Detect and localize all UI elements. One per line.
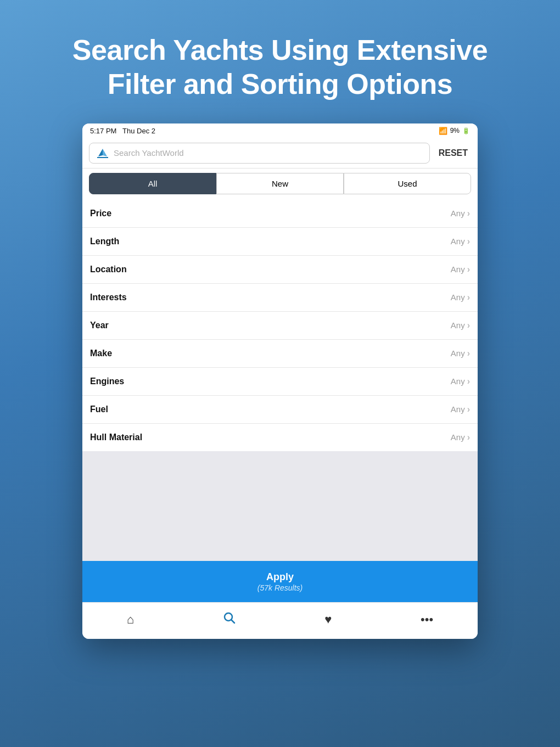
tab-home[interactable]: ⌂ — [116, 610, 145, 629]
filter-hull-material-label: Hull Material — [90, 433, 142, 442]
apply-button[interactable]: Apply (57k Results) — [82, 561, 478, 602]
filter-price-label: Price — [90, 209, 111, 218]
segment-used[interactable]: Used — [344, 173, 471, 194]
filter-make[interactable]: Make Any › — [82, 340, 478, 368]
chevron-icon: › — [467, 433, 470, 442]
filter-interests-value: Any — [451, 293, 465, 302]
filter-interests-label: Interests — [90, 293, 127, 302]
filter-location-value-row: Any › — [451, 265, 470, 274]
chevron-icon: › — [467, 293, 470, 302]
filter-year-value: Any — [451, 321, 465, 330]
tab-more[interactable]: ••• — [410, 610, 444, 629]
filter-fuel-label: Fuel — [90, 405, 108, 414]
apply-button-label: Apply — [92, 571, 468, 583]
chevron-icon: › — [467, 237, 470, 246]
segment-control: All New Used — [82, 169, 478, 200]
segment-new[interactable]: New — [216, 173, 344, 194]
filter-hull-material-value: Any — [451, 433, 465, 442]
filter-interests[interactable]: Interests Any › — [82, 284, 478, 312]
segment-all[interactable]: All — [89, 173, 216, 194]
battery-icon: 🔋 — [462, 127, 470, 134]
filter-engines[interactable]: Engines Any › — [82, 368, 478, 396]
search-placeholder[interactable]: Search YachtWorld — [114, 148, 423, 158]
phone-frame: 5:17 PM Thu Dec 2 📶 9% 🔋 Search YachtWor… — [82, 123, 478, 639]
filter-price-value: Any — [451, 209, 465, 218]
filter-make-value: Any — [451, 349, 465, 358]
filter-hull-material[interactable]: Hull Material Any › — [82, 424, 478, 451]
tab-bar: ⌂ ♥ ••• — [82, 602, 478, 639]
filter-make-value-row: Any › — [451, 349, 470, 358]
heart-icon: ♥ — [324, 613, 332, 627]
chevron-icon: › — [467, 265, 470, 274]
filter-length-value-row: Any › — [451, 237, 470, 246]
filter-year-value-row: Any › — [451, 321, 470, 330]
filter-length[interactable]: Length Any › — [82, 228, 478, 256]
filter-fuel-value: Any — [451, 405, 465, 414]
filter-interests-value-row: Any › — [451, 293, 470, 302]
filter-make-label: Make — [90, 349, 112, 358]
search-bar-row: Search YachtWorld RESET — [82, 138, 478, 169]
more-icon: ••• — [421, 613, 433, 627]
chevron-icon: › — [467, 209, 470, 218]
status-icons: 📶 9% 🔋 — [439, 127, 470, 135]
filter-year[interactable]: Year Any › — [82, 312, 478, 340]
chevron-icon: › — [467, 377, 470, 386]
status-bar: 5:17 PM Thu Dec 2 📶 9% 🔋 — [82, 123, 478, 138]
search-icon — [223, 611, 236, 628]
battery-percent: 9% — [450, 127, 460, 134]
filter-list: Price Any › Length Any › Location Any › … — [82, 200, 478, 451]
filter-engines-value-row: Any › — [451, 377, 470, 386]
tab-search[interactable] — [212, 609, 247, 630]
filter-year-label: Year — [90, 321, 109, 330]
chevron-icon: › — [467, 321, 470, 330]
yachtworld-logo-icon — [96, 148, 109, 159]
chevron-icon: › — [467, 349, 470, 358]
filter-location-label: Location — [90, 265, 127, 274]
search-input-wrapper[interactable]: Search YachtWorld — [89, 143, 430, 164]
svg-line-2 — [231, 620, 234, 624]
status-time-date: 5:17 PM Thu Dec 2 — [90, 127, 155, 135]
apply-button-results: (57k Results) — [92, 583, 468, 592]
filter-length-value: Any — [451, 237, 465, 246]
wifi-icon: 📶 — [439, 127, 447, 135]
filter-price[interactable]: Price Any › — [82, 200, 478, 228]
filter-location-value: Any — [451, 265, 465, 274]
filter-hull-material-value-row: Any › — [451, 433, 470, 442]
chevron-icon: › — [467, 405, 470, 414]
filter-fuel-value-row: Any › — [451, 405, 470, 414]
filter-length-label: Length — [90, 237, 119, 246]
empty-content-area — [82, 451, 478, 561]
filter-engines-value: Any — [451, 377, 465, 386]
filter-engines-label: Engines — [90, 377, 124, 386]
page-title: Search Yachts Using Extensive Filter and… — [44, 33, 516, 102]
apply-section: Apply (57k Results) — [82, 561, 478, 602]
filter-price-value-row: Any › — [451, 209, 470, 218]
filter-location[interactable]: Location Any › — [82, 256, 478, 284]
reset-button[interactable]: RESET — [435, 146, 471, 160]
home-icon: ⌂ — [127, 613, 134, 627]
page-header: Search Yachts Using Extensive Filter and… — [0, 0, 560, 123]
tab-favorites[interactable]: ♥ — [313, 610, 343, 629]
filter-fuel[interactable]: Fuel Any › — [82, 396, 478, 424]
